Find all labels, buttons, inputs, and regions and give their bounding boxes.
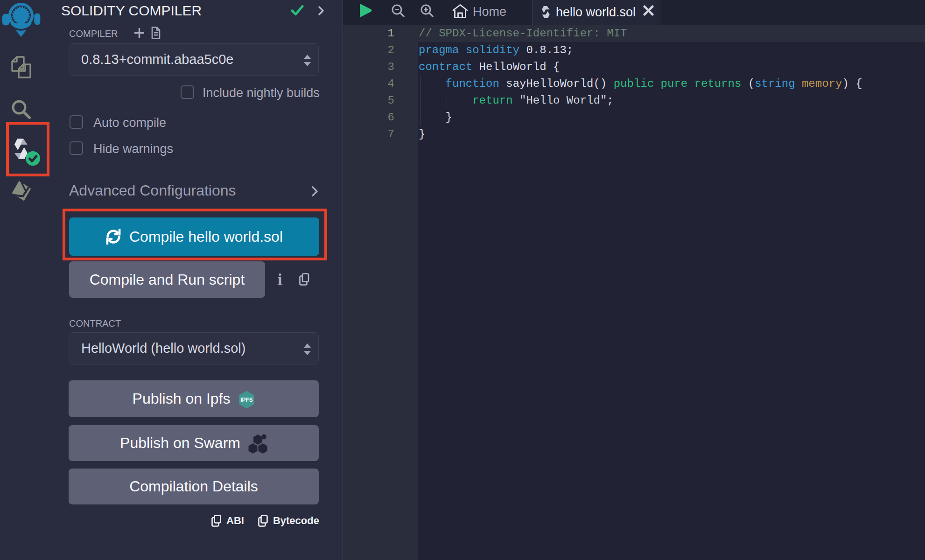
svg-text:IPFS: IPFS (241, 397, 253, 403)
